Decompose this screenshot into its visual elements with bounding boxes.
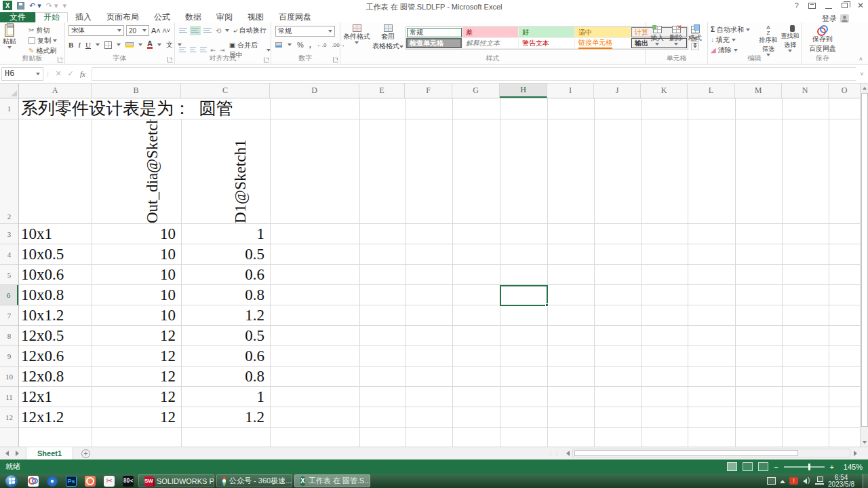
scroll-down-icon[interactable] xyxy=(861,438,868,447)
italic-button[interactable]: I xyxy=(78,41,81,49)
cell-config[interactable]: 12x1.2 xyxy=(21,407,89,427)
cancel-icon[interactable]: ✕ xyxy=(52,69,64,78)
row-header-2[interactable]: 2 xyxy=(0,119,18,224)
photoshop-taskbar-icon[interactable]: Ps xyxy=(62,474,80,487)
zoom-out-icon[interactable]: − xyxy=(774,463,778,471)
collapse-ribbon-icon[interactable]: ˄ xyxy=(859,56,863,62)
solidworks-task-button[interactable]: SW SOLIDWORKS P... xyxy=(138,474,214,487)
col-header-l[interactable]: L xyxy=(688,83,735,98)
style-explanatory-text[interactable]: 解释性文本 xyxy=(462,38,519,49)
tab-file[interactable]: 文件 xyxy=(0,12,35,22)
start-button[interactable] xyxy=(5,475,18,487)
tab-home[interactable]: 开始 xyxy=(35,12,68,22)
col-header-n[interactable]: N xyxy=(782,83,829,98)
grid-row-8[interactable]: 12x0.5 12 0.5 xyxy=(19,326,860,346)
style-neutral[interactable]: 适中 xyxy=(575,27,631,38)
cell-outdia[interactable]: 12 xyxy=(92,326,181,345)
conditional-formatting-button[interactable]: 条件格式 xyxy=(342,24,371,44)
minimize-button[interactable] xyxy=(825,8,832,9)
row-header-12[interactable]: 12 xyxy=(0,407,18,428)
col-header-o[interactable]: O xyxy=(829,83,860,98)
row-header-5[interactable]: 5 xyxy=(0,265,18,285)
bold-button[interactable]: B xyxy=(68,41,73,49)
row-header-6[interactable]: 6 xyxy=(0,285,18,305)
cell-d1[interactable]: 0.6 xyxy=(181,346,270,366)
shrink-font-icon[interactable]: A˅ xyxy=(163,27,170,34)
row-header-13[interactable] xyxy=(0,428,18,446)
col-header-j[interactable]: J xyxy=(594,83,641,98)
close-button[interactable]: ✕ xyxy=(857,2,864,9)
row-header-9[interactable]: 9 xyxy=(0,346,18,367)
insert-function-icon[interactable]: fx xyxy=(77,70,89,78)
row-header-1[interactable]: 1 xyxy=(0,98,18,119)
expand-formula-bar-icon[interactable]: ˅ xyxy=(856,71,868,77)
cell-d1[interactable]: 1.2 xyxy=(181,407,270,427)
cell-outdia[interactable]: 10 xyxy=(92,244,181,264)
horizontal-scrollbar[interactable]: ⋮⋮ xyxy=(548,449,860,457)
sheet-tab-sheet1[interactable]: Sheet1 xyxy=(26,447,73,459)
tab-data[interactable]: 数据 xyxy=(178,12,209,22)
grid-row-12[interactable]: 12x1.2 12 1.2 xyxy=(19,407,860,428)
cell-config[interactable]: 10x0.8 xyxy=(21,285,89,305)
col-header-a[interactable]: A xyxy=(19,83,92,98)
cell-config[interactable]: 12x1 xyxy=(21,387,89,407)
tab-view[interactable]: 视图 xyxy=(240,12,271,22)
browser-lens-taskbar-icon[interactable] xyxy=(43,474,61,487)
grid-row-6[interactable]: 10x0.8 10 0.8 xyxy=(19,285,860,305)
restore-button[interactable] xyxy=(842,3,848,8)
borders-icon[interactable] xyxy=(104,41,112,49)
grow-font-icon[interactable]: A˄ xyxy=(151,26,161,35)
style-linked-cell[interactable]: 链接单元格 xyxy=(575,38,631,49)
cell-outdia[interactable]: 10 xyxy=(92,224,181,244)
vertical-scroll-thumb[interactable] xyxy=(861,93,868,427)
cell-d1[interactable]: 1 xyxy=(181,387,270,407)
autosum-button[interactable]: Σ自动求和 xyxy=(711,24,750,35)
cell-outdia[interactable]: 10 xyxy=(92,265,181,284)
select-all-corner[interactable] xyxy=(0,83,19,98)
sheet-nav-left-icon[interactable] xyxy=(5,451,9,456)
formula-input[interactable] xyxy=(92,67,856,81)
style-bad[interactable]: 差 xyxy=(462,27,519,38)
grid-row-7[interactable]: 10x1.2 10 1.2 xyxy=(19,305,860,326)
cell-d1[interactable]: 0.6 xyxy=(181,265,270,284)
security-alert-icon[interactable]: ! xyxy=(789,477,798,485)
increase-decimal-icon[interactable]: ←.0 xyxy=(317,42,327,48)
orientation-icon[interactable]: ⟲ xyxy=(216,27,221,35)
zoom-level[interactable]: 145% xyxy=(840,463,863,471)
cell-d1[interactable]: 1.2 xyxy=(181,305,270,325)
new-sheet-icon[interactable]: + xyxy=(81,449,90,458)
accounting-format-icon[interactable] xyxy=(275,42,282,48)
cell-d1[interactable]: 0.8 xyxy=(181,367,270,386)
zoom-slider[interactable] xyxy=(784,466,825,468)
photo-viewer-taskbar-icon[interactable] xyxy=(81,474,99,487)
col-header-g[interactable]: G xyxy=(452,83,500,98)
row-header-7[interactable]: 7 xyxy=(0,305,18,326)
cells-area[interactable]: 系列零件设计表是为： 圆管 Out_dia@Sketch1 D1@Sketch1… xyxy=(19,98,860,447)
scroll-up-icon[interactable] xyxy=(861,83,868,92)
format-cells-button[interactable]: 格式 xyxy=(686,26,705,45)
name-box[interactable]: H6 xyxy=(1,67,43,81)
row-header-10[interactable]: 10 xyxy=(0,367,18,387)
scroll-left-icon[interactable] xyxy=(563,451,572,456)
grid-row-4[interactable]: 10x0.5 10 0.5 xyxy=(19,244,860,265)
format-as-table-button[interactable]: 套用 表格格式 xyxy=(372,24,403,51)
row-header-11[interactable]: 11 xyxy=(0,387,18,407)
align-left-icon[interactable] xyxy=(179,47,186,54)
col-header-h[interactable]: H xyxy=(500,83,547,98)
number-dialog-launcher-icon[interactable] xyxy=(333,57,338,62)
zoom-slider-thumb[interactable] xyxy=(808,464,810,470)
font-dialog-launcher-icon[interactable] xyxy=(167,57,173,62)
grid-row-1[interactable]: 系列零件设计表是为： 圆管 xyxy=(19,98,860,119)
fill-button[interactable]: ↓填充 xyxy=(711,35,750,45)
sheet-nav-right-icon[interactable] xyxy=(16,451,19,456)
col-header-b[interactable]: B xyxy=(92,83,181,98)
sort-filter-button[interactable]: AZ 排序和筛选 xyxy=(757,25,780,56)
tray-expand-icon[interactable] xyxy=(780,480,785,483)
cell-config[interactable]: 10x0.6 xyxy=(21,265,89,284)
insert-cells-button[interactable]: 插入 xyxy=(648,26,667,45)
row-header-8[interactable]: 8 xyxy=(0,326,18,346)
row-header-4[interactable]: 4 xyxy=(0,244,18,265)
cell-outdia[interactable]: 10 xyxy=(92,305,181,325)
fill-color-icon[interactable] xyxy=(125,42,134,48)
cell-a1-title[interactable]: 系列零件设计表是为： 圆管 xyxy=(21,98,233,119)
